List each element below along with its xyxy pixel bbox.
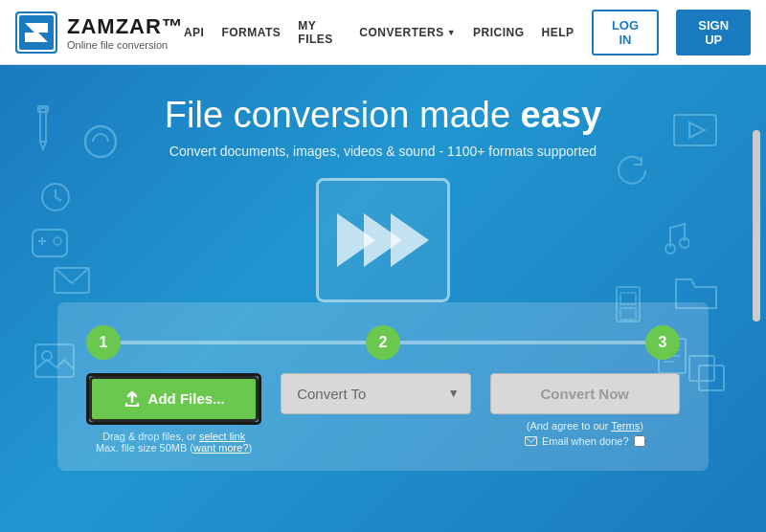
nav-help[interactable]: HELP xyxy=(542,26,574,39)
terms-link[interactable]: Terms xyxy=(611,420,640,432)
nav-pricing[interactable]: PRICING xyxy=(473,26,525,39)
sketch-arrows xyxy=(337,213,429,267)
login-button[interactable]: LOG IN xyxy=(592,10,660,55)
email-when-done-row: Email when done? xyxy=(525,435,645,447)
envelope-small-icon xyxy=(525,436,537,446)
step-1-circle: 1 xyxy=(86,325,121,360)
add-files-group: Add Files... Drag & drop files, or selec… xyxy=(86,373,261,454)
convert-now-group: Convert Now (And agree to our Terms) Ema… xyxy=(490,373,680,447)
steps-row: 1 2 3 xyxy=(86,325,680,360)
step-line-2 xyxy=(398,341,647,344)
sketch-play-box xyxy=(316,178,450,302)
email-label: Email when done? xyxy=(542,435,629,447)
email-checkbox[interactable] xyxy=(634,435,645,447)
convert-to-select[interactable]: Convert To xyxy=(281,373,470,414)
nav-formats[interactable]: FORMATS xyxy=(221,26,281,39)
logo-area: ZAMZAR™ Online file conversion xyxy=(15,11,184,54)
brand-tagline: Online file conversion xyxy=(67,39,184,51)
signup-button[interactable]: SIGN UP xyxy=(676,10,751,55)
convert-now-button[interactable]: Convert Now xyxy=(490,373,680,414)
convert-to-group: Convert To ▼ xyxy=(281,373,470,414)
main-nav: API FORMATS MY FILES CONVERTERS ▼ PRICIN… xyxy=(184,10,751,55)
zamzar-logo-icon xyxy=(15,11,57,54)
upload-icon xyxy=(124,390,141,408)
agree-terms-text: (And agree to our Terms) xyxy=(527,420,643,432)
add-files-button-wrapper[interactable]: Add Files... xyxy=(86,373,261,425)
controls-row: Add Files... Drag & drop files, or selec… xyxy=(86,373,680,454)
hero-title: File conversion made easy xyxy=(0,96,766,136)
add-files-button[interactable]: Add Files... xyxy=(89,376,259,422)
converters-dropdown-arrow: ▼ xyxy=(447,28,456,37)
convert-to-select-wrapper: Convert To ▼ xyxy=(281,373,470,414)
step-3-circle: 3 xyxy=(645,325,680,360)
nav-api[interactable]: API xyxy=(184,26,205,39)
svg-marker-3 xyxy=(25,23,48,42)
add-files-label: Add Files... xyxy=(148,390,225,407)
logo-text: ZAMZAR™ Online file conversion xyxy=(67,14,184,51)
select-link[interactable]: select link xyxy=(199,431,245,442)
conversion-panel: 1 2 3 Add Files... xyxy=(57,302,709,471)
nav-converters[interactable]: CONVERTERS ▼ xyxy=(359,26,456,39)
hero-section: File conversion made easy Convert docume… xyxy=(0,65,766,532)
hero-content: File conversion made easy Convert docume… xyxy=(0,65,766,159)
add-files-hint: Drag & drop files, or select link Max. f… xyxy=(96,431,252,454)
header: ZAMZAR™ Online file conversion API FORMA… xyxy=(0,0,766,65)
hero-subtitle: Convert documents, images, videos & soun… xyxy=(0,144,766,159)
want-more-link[interactable]: want more? xyxy=(193,442,248,454)
sketch-arrow-3 xyxy=(391,213,429,267)
step-2-circle: 2 xyxy=(366,325,400,360)
nav-my-files[interactable]: MY FILES xyxy=(298,19,342,46)
step-line-1 xyxy=(119,341,368,344)
hero-illustration xyxy=(0,178,766,302)
brand-name: ZAMZAR™ xyxy=(67,14,184,39)
